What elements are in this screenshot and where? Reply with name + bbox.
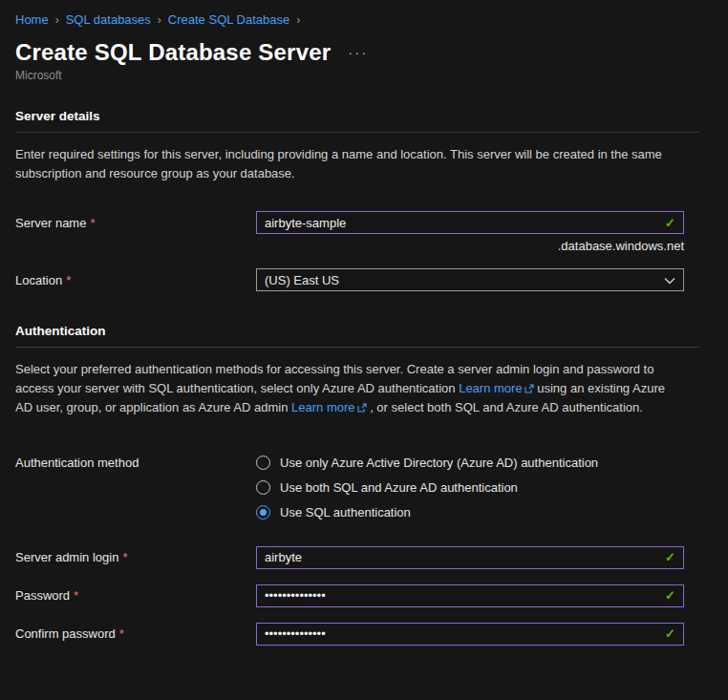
- server-details-heading: Server details: [15, 109, 684, 123]
- location-label-text: Location: [15, 273, 62, 287]
- password-input[interactable]: [265, 588, 657, 603]
- publisher-label: Microsoft: [15, 69, 684, 82]
- radio-option-sql-authentication[interactable]: Use SQL authentication: [256, 500, 684, 525]
- learn-more-label: Learn more: [459, 381, 522, 395]
- validation-check-icon: ✓: [665, 626, 675, 641]
- required-asterisk: *: [74, 588, 78, 603]
- password-label-text: Password: [15, 588, 70, 603]
- breadcrumb-sql-databases[interactable]: SQL databases: [66, 12, 151, 27]
- external-link-icon: [525, 380, 534, 399]
- learn-more-link-azure-ad-admin[interactable]: Learn more: [291, 400, 366, 414]
- radio-option-azure-ad-only[interactable]: Use only Azure Active Directory (Azure A…: [256, 451, 684, 476]
- authentication-method-row: Authentication method Use only Azure Act…: [15, 451, 684, 525]
- confirm-password-input[interactable]: [265, 626, 657, 641]
- authentication-method-radio-group: Use only Azure Active Directory (Azure A…: [256, 451, 684, 525]
- required-asterisk: *: [90, 216, 95, 230]
- server-name-row: Server name* ✓: [15, 211, 684, 234]
- required-asterisk: *: [119, 626, 124, 641]
- confirm-password-label-text: Confirm password: [15, 626, 116, 641]
- page-title: Create SQL Database Server: [15, 39, 331, 66]
- radio-option-label: Use SQL authentication: [280, 505, 411, 520]
- create-sql-server-blade: Home›SQL databases›Create SQL Database› …: [0, 0, 728, 646]
- server-admin-login-label: Server admin login*: [15, 550, 256, 564]
- location-row: Location* (US) East US: [15, 268, 684, 291]
- breadcrumb-separator: ›: [55, 13, 59, 27]
- required-asterisk: *: [66, 273, 71, 287]
- location-label: Location*: [15, 273, 256, 287]
- breadcrumb: Home›SQL databases›Create SQL Database›: [15, 0, 684, 27]
- server-admin-login-row: Server admin login* ✓: [15, 546, 684, 569]
- radio-option-label: Use only Azure Active Directory (Azure A…: [280, 456, 598, 470]
- confirm-password-label: Confirm password*: [15, 626, 256, 641]
- validation-check-icon: ✓: [665, 550, 675, 564]
- external-link-icon: [357, 399, 367, 418]
- confirm-password-row: Confirm password* ✓: [15, 623, 684, 646]
- location-selected-value: (US) East US: [265, 273, 339, 287]
- server-name-label: Server name*: [15, 216, 256, 230]
- radio-option-both-sql-and-azure-ad[interactable]: Use both SQL and Azure AD authentication: [256, 476, 684, 500]
- server-admin-login-input-container: ✓: [256, 546, 684, 569]
- password-row: Password* ✓: [15, 584, 684, 607]
- learn-more-link-azure-ad[interactable]: Learn more: [459, 381, 533, 395]
- radio-icon: [256, 480, 270, 495]
- server-admin-login-input[interactable]: [265, 550, 657, 564]
- ellipsis-icon[interactable]: ···: [348, 48, 368, 57]
- authentication-method-label-text: Authentication method: [15, 456, 139, 470]
- authentication-heading: Authentication: [15, 324, 684, 338]
- chevron-down-icon: [664, 273, 675, 287]
- authentication-description: Select your preferred authentication met…: [15, 360, 684, 418]
- server-name-domain-suffix: .database.windows.net: [15, 239, 684, 253]
- authentication-method-label: Authentication method: [15, 451, 256, 476]
- server-name-label-text: Server name: [15, 216, 86, 230]
- auth-desc-part3: , or select both SQL and Azure AD authen…: [367, 400, 643, 414]
- learn-more-label: Learn more: [291, 400, 354, 414]
- server-name-input[interactable]: [265, 216, 657, 230]
- server-admin-login-label-text: Server admin login: [15, 550, 118, 564]
- validation-check-icon: ✓: [665, 216, 675, 230]
- password-input-container: ✓: [256, 584, 684, 607]
- radio-icon: [256, 456, 270, 470]
- breadcrumb-separator: ›: [158, 13, 161, 27]
- password-label: Password*: [15, 588, 256, 603]
- section-divider: [15, 347, 699, 348]
- server-name-input-container: ✓: [256, 211, 684, 234]
- section-divider: [15, 132, 699, 133]
- required-asterisk: *: [122, 550, 127, 564]
- breadcrumb-create-sql-database[interactable]: Create SQL Database: [168, 12, 289, 27]
- location-select[interactable]: (US) East US: [256, 268, 684, 291]
- validation-check-icon: ✓: [665, 588, 675, 603]
- radio-option-label: Use both SQL and Azure AD authentication: [280, 480, 518, 495]
- breadcrumb-home[interactable]: Home: [15, 12, 49, 27]
- breadcrumb-separator: ›: [296, 13, 300, 27]
- radio-icon: [256, 505, 270, 520]
- page-header: Create SQL Database Server ···: [15, 39, 684, 66]
- server-details-description: Enter required settings for this server,…: [15, 145, 684, 182]
- confirm-password-input-container: ✓: [256, 623, 684, 646]
